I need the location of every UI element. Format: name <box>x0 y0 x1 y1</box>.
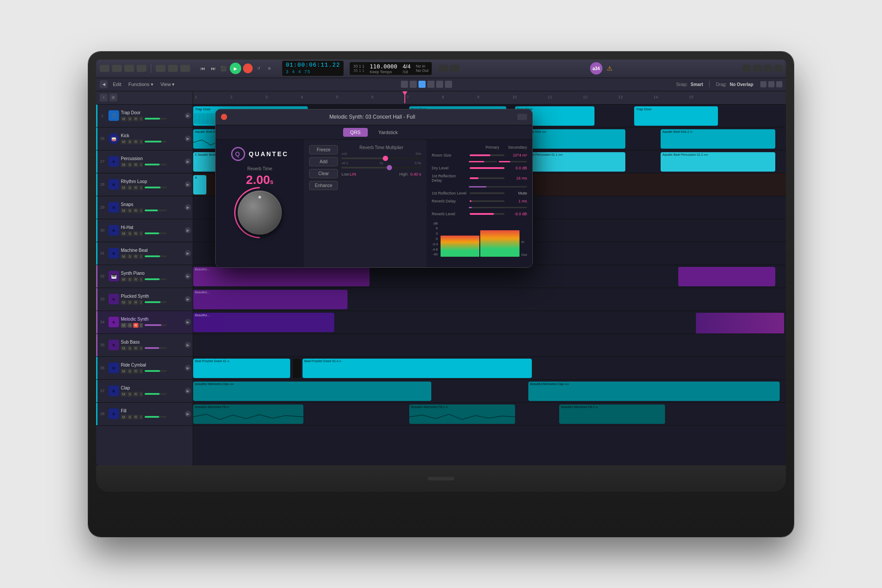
toolbar-icon-1[interactable] <box>100 65 109 72</box>
mute-btn-38[interactable]: M <box>121 415 127 419</box>
mute-btn-33[interactable]: M <box>121 300 127 305</box>
slider-thumb-1[interactable] <box>383 156 388 161</box>
clip-synth-piano-2[interactable] <box>678 267 775 286</box>
clip-snare-2[interactable]: Beat Prophet Snare 01.4 ∞ <box>303 359 532 378</box>
fader-27[interactable] <box>145 164 167 165</box>
track-arrow-37[interactable]: ▶ <box>185 388 191 394</box>
functions-menu[interactable]: Functions ▾ <box>127 81 155 88</box>
input-btn-35[interactable]: I <box>139 346 143 351</box>
mute-btn-32[interactable]: M <box>121 277 127 282</box>
fader-29[interactable] <box>145 210 167 211</box>
freeze-button[interactable]: Freeze <box>309 145 338 154</box>
solo-btn-36[interactable]: S <box>127 369 132 374</box>
record-btn-26[interactable]: R <box>133 139 138 144</box>
capture-button[interactable]: ⊕ <box>265 64 274 73</box>
track-arrow-28[interactable]: ▶ <box>185 181 191 187</box>
input-btn-31[interactable]: I <box>139 254 143 259</box>
tab-qrs[interactable]: QRS <box>343 128 368 137</box>
clip-aquatic-perc-3[interactable]: Aquatic Beat Percussion 01.2 ∞∞ <box>661 152 775 172</box>
mute-btn-31[interactable]: M <box>121 254 127 259</box>
input-btn-38[interactable]: I <box>139 415 143 419</box>
quantec-plugin-window[interactable]: Melodic Synth: 03 Concert Hall - Full QR… <box>215 109 533 268</box>
track-header-percussion[interactable]: 27 ≡ Percussion M S R I ▶ <box>96 150 193 173</box>
track-header-clap[interactable]: 37 ≡ Clap M S R I ▶ <box>96 380 193 403</box>
clip-clap-1[interactable]: Beautiful Memories Clap ∞∞ <box>193 382 431 401</box>
record-btn-31[interactable]: R <box>133 254 138 259</box>
mute-btn-36[interactable]: M <box>121 369 127 374</box>
room-size-sub-2[interactable] <box>499 161 527 162</box>
view-menu[interactable]: View ▾ <box>159 81 177 88</box>
track-arrow-33[interactable]: ▶ <box>185 296 191 302</box>
clip-fill-3[interactable]: Beautiful Memories Fill.2 ∞ <box>559 404 665 424</box>
tempo-display[interactable]: 33 1 1 35 1 1 110.0000 Keep Tempo 4/4 /1… <box>349 62 432 75</box>
fader-34[interactable] <box>145 324 167 326</box>
clip-synth-piano-1[interactable]: Beautiful... <box>193 267 370 286</box>
track-options-btn[interactable]: ⊞ <box>109 94 117 101</box>
cycle-button[interactable]: ↺ <box>254 64 263 73</box>
stop-button[interactable]: ⬛ <box>219 64 228 73</box>
fader-31[interactable] <box>145 255 167 257</box>
track-arrow-26[interactable]: ▶ <box>185 135 191 142</box>
track-header-rhythm-loop[interactable]: 28 ≡ Rhythm Loop M S R I <box>96 173 193 196</box>
right-snap-2[interactable] <box>768 81 774 87</box>
fader-30[interactable] <box>145 232 167 234</box>
cursor-icon[interactable] <box>410 81 417 88</box>
toolbar-icon-2[interactable] <box>112 65 122 72</box>
record-btn-1[interactable]: R <box>133 116 138 121</box>
track-arrow-35[interactable]: ▶ <box>185 342 191 348</box>
input-btn-26[interactable]: I <box>139 139 143 144</box>
right-snap-1[interactable] <box>760 81 766 87</box>
toolbar-icon-8[interactable] <box>438 65 448 72</box>
reflection-level-slider[interactable] <box>470 192 505 194</box>
edit-menu[interactable]: Edit <box>111 81 123 88</box>
right-toolbar-2[interactable] <box>753 65 761 72</box>
toolbar-icon-3[interactable] <box>124 65 134 72</box>
play-button[interactable]: ▶ <box>230 63 241 74</box>
track-arrow-27[interactable]: ▶ <box>185 158 191 165</box>
input-btn-27[interactable]: I <box>139 162 143 167</box>
right-toolbar-1[interactable] <box>743 65 751 72</box>
record-btn-35[interactable]: R <box>133 346 138 351</box>
solo-btn-1[interactable]: S <box>127 116 132 121</box>
track-header-hihat[interactable]: 30 ≡ Hi-Hat M S R I ▶ <box>96 219 193 242</box>
enhance-button[interactable]: Enhance <box>309 181 338 190</box>
track-arrow-30[interactable]: ▶ <box>185 227 191 233</box>
mute-btn-37[interactable]: M <box>121 392 127 397</box>
fader-36[interactable] <box>145 370 167 372</box>
track-header-kick[interactable]: 26 🥁 Kick M S R I ▶ <box>96 127 193 150</box>
clip-trap-door-4[interactable]: Trap Door <box>634 106 718 126</box>
track-header-fill[interactable]: 38 ≡ Fill M S R I ▶ <box>96 403 193 426</box>
toolbar-icon-4[interactable] <box>137 65 146 72</box>
solo-btn-38[interactable]: S <box>127 415 132 419</box>
zoom-icon[interactable] <box>401 81 408 88</box>
fader-28[interactable] <box>145 187 167 188</box>
fader-1[interactable] <box>145 118 167 120</box>
record-btn-30[interactable]: R <box>133 231 138 236</box>
reflection-delay-slider[interactable] <box>470 177 505 179</box>
pencil-icon[interactable] <box>427 81 434 88</box>
track-arrow-31[interactable]: ▶ <box>185 250 191 256</box>
track-arrow-36[interactable]: ▶ <box>185 365 191 371</box>
record-btn-29[interactable]: R <box>133 208 138 213</box>
solo-btn-35[interactable]: S <box>127 346 132 351</box>
tracks-scroll-area[interactable]: Trap Door Trap Door Trap Door <box>193 105 786 465</box>
plugin-close-button[interactable] <box>221 114 227 120</box>
right-toolbar-3[interactable] <box>764 65 772 72</box>
mute-btn-29[interactable]: M <box>121 208 127 213</box>
input-btn-32[interactable]: I <box>139 277 143 282</box>
record-btn-34[interactable]: R <box>133 323 138 328</box>
track-arrow-1[interactable]: ▶ <box>185 112 191 119</box>
clip-aquatic-kick-3[interactable]: Aquatic Beat Kick.2 ∞ <box>661 129 775 149</box>
fader-38[interactable] <box>145 416 167 418</box>
dry-level-slider[interactable] <box>470 167 505 169</box>
clip-fill-1[interactable]: Beautiful Memories Fill ∞ <box>193 404 303 424</box>
toolbar-icon-9[interactable] <box>450 65 460 72</box>
clip-fill-2[interactable]: Beautiful Memories Fill.1 ∞ <box>409 404 515 424</box>
add-track-btn[interactable]: + <box>100 94 108 101</box>
track-arrow-32[interactable]: ▶ <box>185 273 191 279</box>
right-snap-3[interactable] <box>776 81 782 87</box>
track-header-sub-bass[interactable]: 35 ≡ Sub Bass M S R I ▶ <box>96 334 193 357</box>
mute-btn-34[interactable]: M <box>121 323 127 328</box>
plugin-expand-btn[interactable] <box>517 114 527 120</box>
mute-btn-1[interactable]: M <box>121 116 127 121</box>
